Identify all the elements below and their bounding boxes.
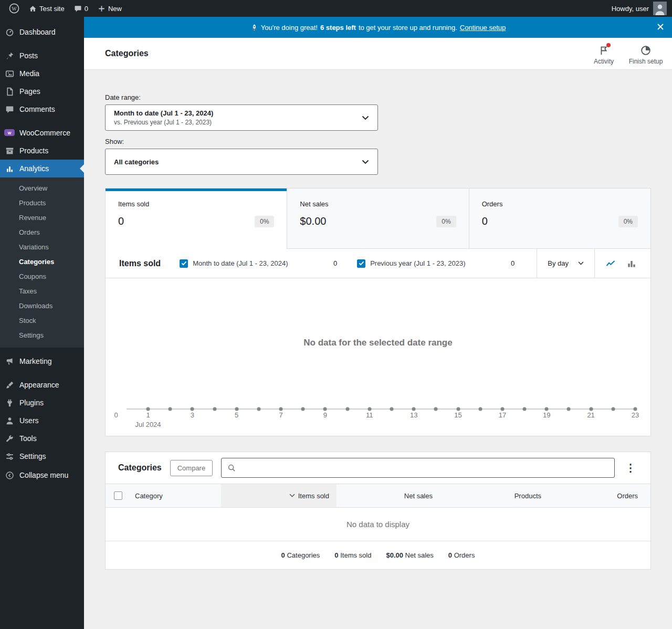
submenu-item-coupons[interactable]: Coupons <box>0 269 84 284</box>
banner-text: to get your store up and running. <box>359 24 457 32</box>
activity-label: Activity <box>594 58 614 65</box>
submenu-item-revenue[interactable]: Revenue <box>0 211 84 225</box>
site-name-link[interactable]: Test site <box>24 0 69 17</box>
line-chart-icon[interactable] <box>595 258 621 269</box>
sidebar-item-label: WooCommerce <box>19 129 70 137</box>
analytics-submenu: Overview Products Revenue Orders Variati… <box>0 177 84 348</box>
interval-value: By day <box>548 259 569 267</box>
admin-bar: W Test site 0 New Howdy, user <box>0 0 672 17</box>
category-filter-value: All categories <box>114 158 159 166</box>
submenu-item-overview[interactable]: Overview <box>0 181 84 196</box>
sidebar-item-comments[interactable]: Comments <box>0 100 84 118</box>
submenu-item-downloads[interactable]: Downloads <box>0 299 84 313</box>
sidebar-item-settings[interactable]: Settings <box>0 447 84 465</box>
submenu-item-taxes[interactable]: Taxes <box>0 284 84 299</box>
submenu-item-stock[interactable]: Stock <box>0 313 84 328</box>
sidebar-item-media[interactable]: Media <box>0 65 84 82</box>
comments-counter[interactable]: 0 <box>69 0 93 17</box>
sidebar-item-pages[interactable]: Pages <box>0 82 84 100</box>
interval-select[interactable]: By day <box>537 249 594 278</box>
chart-header: Items sold Month to date (Jul 1 - 23, 20… <box>106 249 650 278</box>
x-axis-tick-label: 11 <box>366 411 373 419</box>
show-label: Show: <box>105 138 651 145</box>
chart-point <box>257 407 260 411</box>
tab-items-sold[interactable]: Items sold 0 0% <box>106 188 287 249</box>
sidebar-item-analytics[interactable]: Analytics <box>0 160 84 177</box>
chart-point <box>368 407 371 411</box>
sidebar-item-label: Posts <box>19 51 38 60</box>
legend-label: Month to date (Jul 1 - 23, 2024) <box>193 259 288 267</box>
legend-previous-year[interactable]: Previous year (Jul 1 - 23, 2023) 0 <box>357 259 514 268</box>
search-icon <box>227 463 236 473</box>
sidebar-item-tools[interactable]: Tools <box>0 429 84 447</box>
woocommerce-icon: W <box>4 129 15 137</box>
stat-value: 0 <box>482 215 488 227</box>
column-header-items-sold[interactable]: Items sold <box>221 484 337 507</box>
column-header-category[interactable]: Category <box>135 484 221 507</box>
banner-text: You're doing great! <box>261 24 318 32</box>
chart-point <box>589 407 593 411</box>
submenu-item-orders[interactable]: Orders <box>0 225 84 240</box>
search-input[interactable] <box>240 464 609 473</box>
kebab-menu-icon[interactable]: ⋮ <box>623 463 638 473</box>
summary-items-sold: 0 Items sold <box>334 551 371 559</box>
submenu-item-products[interactable]: Products <box>0 196 84 211</box>
notification-dot-icon <box>606 43 611 47</box>
bar-chart-icon[interactable] <box>621 258 650 269</box>
chart-point <box>169 407 172 411</box>
chart-point <box>500 407 504 411</box>
sidebar-item-dashboard[interactable]: Dashboard <box>0 23 84 41</box>
my-account-menu[interactable]: Howdy, user <box>612 2 668 15</box>
box-icon <box>4 146 15 155</box>
tab-net-sales[interactable]: Net sales $0.00 0% <box>287 188 468 249</box>
sidebar-item-appearance[interactable]: Appearance <box>0 376 84 394</box>
delta-badge: 0% <box>436 216 456 227</box>
sidebar-item-label: Marketing <box>19 357 51 365</box>
tab-orders[interactable]: Orders 0 0% <box>469 188 650 249</box>
table-search <box>221 458 615 478</box>
sidebar-item-woocommerce[interactable]: W WooCommerce <box>0 124 84 142</box>
column-header-net-sales[interactable]: Net sales <box>337 484 439 507</box>
activity-button[interactable]: Activity <box>585 43 623 65</box>
close-icon[interactable] <box>655 22 666 32</box>
submenu-item-variations[interactable]: Variations <box>0 240 84 255</box>
home-icon <box>29 5 37 13</box>
finish-setup-button[interactable]: Finish setup <box>627 43 665 65</box>
continue-setup-link[interactable]: Continue setup <box>460 24 506 32</box>
sidebar-item-users[interactable]: Users <box>0 412 84 429</box>
chart-point <box>545 407 549 411</box>
sidebar-item-marketing[interactable]: Marketing <box>0 352 84 370</box>
column-header-orders[interactable]: Orders <box>548 484 650 507</box>
sidebar-item-posts[interactable]: Posts <box>0 47 84 65</box>
stat-label: Net sales <box>300 200 456 208</box>
page-title: Categories <box>105 49 149 58</box>
x-axis-month-label: Jul 2024 <box>135 421 161 428</box>
column-header-products[interactable]: Products <box>439 484 548 507</box>
new-label: New <box>108 5 122 13</box>
sidebar-item-products[interactable]: Products <box>0 142 84 160</box>
bar-chart-icon <box>4 164 15 173</box>
chevron-down-icon <box>362 160 369 164</box>
sidebar-item-plugins[interactable]: Plugins <box>0 394 84 412</box>
chart-point <box>478 407 482 411</box>
legend-month-to-date[interactable]: Month to date (Jul 1 - 23, 2024) 0 <box>180 259 337 268</box>
new-content-button[interactable]: New <box>93 0 127 17</box>
chart-point <box>390 407 394 411</box>
collapse-menu-button[interactable]: Collapse menu <box>0 466 84 484</box>
category-filter-select[interactable]: All categories <box>105 149 378 175</box>
sidebar-item-label: Collapse menu <box>19 471 68 479</box>
summary-net-sales: $0.00 Net sales <box>386 551 433 559</box>
compare-button[interactable]: Compare <box>170 460 213 476</box>
sidebar-item-label: Products <box>19 146 48 155</box>
chart-point <box>191 407 194 411</box>
wordpress-logo-icon[interactable]: W <box>4 0 24 17</box>
chart-point <box>567 407 571 411</box>
x-axis-tick-label: 3 <box>191 411 194 419</box>
date-range-select[interactable]: Month to date (Jul 1 - 23, 2024) vs. Pre… <box>105 104 378 131</box>
submenu-item-settings[interactable]: Settings <box>0 328 84 343</box>
submenu-item-categories[interactable]: Categories <box>0 255 84 269</box>
chart-empty-message: No data for the selected date range <box>106 338 650 348</box>
select-all-checkbox[interactable] <box>114 491 122 500</box>
progress-circle-icon <box>640 45 652 56</box>
summary-orders: 0 Orders <box>448 551 475 559</box>
